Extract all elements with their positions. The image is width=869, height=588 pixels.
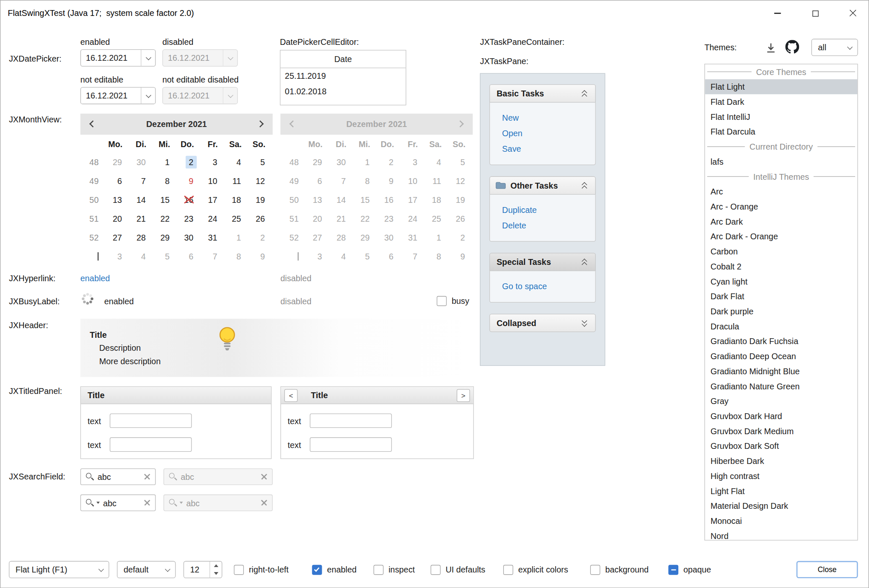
day-cell[interactable]: 2 (176, 153, 200, 171)
datepicker-dropdown-button[interactable] (141, 88, 155, 104)
day-cell[interactable]: 6 (105, 171, 129, 190)
checkbox-box[interactable] (503, 565, 513, 575)
datepicker-cell-editor-table[interactable]: Date 25.11.2019 01.02.2018 (280, 50, 406, 105)
day-cell[interactable]: 30 (176, 228, 200, 247)
table-column-header[interactable]: Date (280, 50, 406, 68)
checkbox-enabled[interactable]: enabled (312, 561, 357, 578)
theme-item[interactable]: Dark Flat (705, 289, 857, 304)
theme-item[interactable]: Gruvbox Dark Soft (705, 438, 857, 453)
day-cell[interactable]: 23 (176, 209, 200, 228)
day-cell[interactable]: 20 (105, 209, 129, 228)
font-combo[interactable]: default (117, 561, 176, 578)
search-field-with-menu[interactable]: abc (80, 495, 156, 511)
day-cell[interactable]: 21 (129, 209, 153, 228)
theme-item[interactable]: Arc (705, 184, 857, 199)
checkbox-box[interactable] (668, 565, 678, 575)
taskpane-link[interactable]: Delete (497, 218, 589, 233)
font-size-spinner[interactable]: 12 (184, 561, 222, 578)
day-cell[interactable]: 9 (176, 171, 200, 190)
theme-item[interactable]: Cobalt 2 (705, 259, 857, 274)
day-cell[interactable]: 8 (153, 171, 176, 190)
minimize-button[interactable] (767, 0, 788, 26)
theme-item[interactable]: Arc - Orange (705, 199, 857, 214)
theme-item[interactable]: Gradianto Nature Green (705, 378, 857, 394)
taskpane-link[interactable]: New (497, 110, 589, 126)
theme-item[interactable]: High contrast (705, 469, 857, 484)
github-icon[interactable] (785, 40, 799, 54)
day-cell[interactable]: 4 (224, 153, 248, 171)
taskpane-header[interactable]: Other Tasks (489, 176, 596, 195)
day-cell[interactable]: 6 (176, 247, 200, 266)
day-cell[interactable]: 19 (248, 190, 272, 209)
day-cell[interactable]: 17 (200, 190, 224, 209)
theme-item[interactable]: Nord (705, 528, 857, 541)
titled-panel-right-button[interactable]: > (457, 389, 470, 402)
checkbox-box[interactable] (590, 565, 600, 575)
theme-item[interactable]: Flat Darcula (705, 124, 857, 139)
checkbox-opaque[interactable]: opaque (668, 561, 711, 578)
day-cell[interactable]: 7 (200, 247, 224, 266)
day-cell[interactable]: 16 (176, 190, 200, 209)
close-button[interactable]: Close (797, 561, 858, 578)
search-options-arrow-icon[interactable] (96, 502, 100, 504)
day-cell[interactable]: 27 (105, 228, 129, 247)
datepicker-dropdown-button[interactable] (141, 50, 155, 66)
theme-item[interactable]: Hiberbee Dark (705, 453, 857, 469)
theme-item[interactable]: Gradianto Deep Ocean (705, 349, 857, 364)
datepicker-enabled[interactable]: 16.12.2021 (80, 49, 156, 67)
theme-item[interactable]: Gradianto Dark Fuchsia (705, 334, 857, 349)
day-cell[interactable]: 29 (153, 228, 176, 247)
taskpane-header[interactable]: Collapsed (489, 314, 596, 332)
checkbox-explicit-colors[interactable]: explicit colors (503, 561, 568, 578)
checkbox-box[interactable] (234, 565, 244, 575)
monthview-enabled[interactable]: Dezember 2021 Mo.Di.Mi.Do.Fr.Sa.So. 4829… (80, 114, 273, 265)
day-cell[interactable]: 2 (248, 228, 272, 247)
theme-item[interactable]: Flat Light (705, 79, 857, 94)
table-row[interactable]: 01.02.2018 (280, 84, 406, 99)
day-cell[interactable]: 28 (129, 228, 153, 247)
spinner-up-button[interactable] (210, 562, 222, 570)
checkbox-inspect[interactable]: inspect (373, 561, 415, 578)
day-cell[interactable]: 4 (129, 247, 153, 266)
collapse-icon[interactable] (582, 258, 588, 267)
day-cell[interactable]: 26 (248, 209, 272, 228)
theme-item[interactable]: Gruvbox Dark Hard (705, 409, 857, 424)
day-cell[interactable]: 11 (224, 171, 248, 190)
collapse-icon[interactable] (582, 90, 588, 98)
day-cell[interactable]: 12 (248, 171, 272, 190)
themes-filter-combo[interactable]: all (811, 39, 858, 56)
hyperlink-enabled[interactable]: enabled (80, 273, 110, 283)
look-and-feel-combo[interactable]: Flat Light (F1) (9, 561, 109, 578)
theme-item[interactable]: Gray (705, 394, 857, 409)
theme-item[interactable]: Flat Dark (705, 94, 857, 109)
text-input[interactable] (110, 438, 192, 452)
theme-item[interactable]: Monocai (705, 513, 857, 528)
theme-item[interactable]: lafs (705, 154, 857, 169)
theme-item[interactable]: Light Flat (705, 483, 857, 498)
day-cell[interactable]: 30 (129, 153, 153, 171)
theme-item[interactable]: Arc Dark - Orange (705, 229, 857, 244)
day-cell[interactable]: 3 (105, 247, 129, 266)
day-cell[interactable]: 10 (200, 171, 224, 190)
theme-item[interactable]: Gradianto Midnight Blue (705, 364, 857, 379)
taskpane-link[interactable]: Save (497, 141, 589, 157)
theme-item[interactable]: Carbon (705, 244, 857, 259)
close-window-button[interactable] (843, 0, 864, 26)
taskpane-header[interactable]: Basic Tasks (489, 84, 596, 103)
day-cell[interactable]: 1 (224, 228, 248, 247)
taskpane-link[interactable]: Go to space (497, 279, 589, 294)
day-cell[interactable]: 25 (224, 209, 248, 228)
theme-item[interactable]: Flat IntelliJ (705, 109, 857, 124)
checkbox-box[interactable] (312, 565, 322, 575)
day-cell[interactable]: 9 (248, 247, 272, 266)
spinner-down-button[interactable] (210, 570, 222, 578)
checkbox-box[interactable] (373, 565, 383, 575)
checkbox-ui-defaults[interactable]: UI defaults (431, 561, 486, 578)
table-row[interactable]: 25.11.2019 (280, 68, 406, 84)
theme-list[interactable]: Core ThemesFlat LightFlat DarkFlat Intel… (704, 64, 858, 541)
taskpane-link[interactable]: Open (497, 126, 589, 141)
taskpane-link[interactable]: Duplicate (497, 202, 589, 218)
day-cell[interactable]: 29 (105, 153, 129, 171)
day-cell[interactable]: 13 (105, 190, 129, 209)
clear-icon[interactable] (144, 474, 150, 480)
